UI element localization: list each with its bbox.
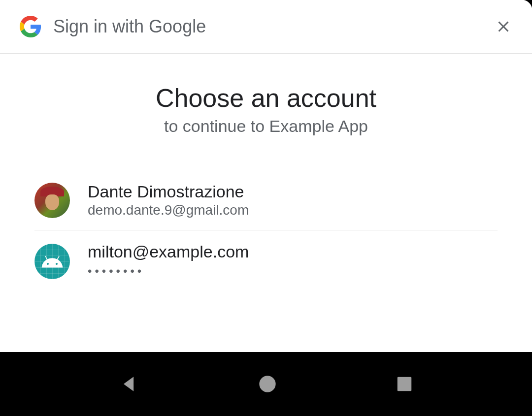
recent-apps-button[interactable] bbox=[395, 375, 414, 393]
account-text: Dante Dimostrazione demo.dante.9@gmail.c… bbox=[88, 182, 249, 218]
close-icon bbox=[495, 18, 512, 35]
account-item-milton[interactable]: milton@example.com •••••••• bbox=[34, 230, 498, 292]
account-list: Dante Dimostrazione demo.dante.9@gmail.c… bbox=[34, 170, 498, 292]
navigation-bar bbox=[0, 352, 532, 416]
avatar bbox=[34, 244, 70, 279]
dialog-header: Sign in with Google bbox=[0, 0, 532, 54]
account-password-dots: •••••••• bbox=[88, 262, 249, 280]
dialog-title: Sign in with Google bbox=[53, 16, 495, 37]
avatar bbox=[34, 183, 70, 218]
svg-rect-1 bbox=[398, 377, 412, 391]
svg-point-0 bbox=[259, 376, 275, 392]
google-logo-icon bbox=[20, 16, 41, 37]
page-title: Choose an account bbox=[34, 83, 498, 113]
account-name: Dante Dimostrazione bbox=[88, 182, 249, 201]
square-icon bbox=[395, 375, 414, 393]
page-subtitle: to continue to Example App bbox=[34, 117, 498, 136]
close-button[interactable] bbox=[495, 18, 512, 35]
back-button[interactable] bbox=[118, 373, 140, 395]
account-name: milton@example.com bbox=[88, 242, 249, 261]
dialog-content: Choose an account to continue to Example… bbox=[0, 54, 532, 352]
account-email: demo.dante.9@gmail.com bbox=[88, 202, 249, 218]
home-circle-icon bbox=[258, 374, 277, 394]
android-icon bbox=[40, 253, 64, 270]
back-triangle-icon bbox=[118, 373, 140, 395]
account-text: milton@example.com •••••••• bbox=[88, 242, 249, 280]
home-button[interactable] bbox=[258, 374, 277, 394]
account-item-dante[interactable]: Dante Dimostrazione demo.dante.9@gmail.c… bbox=[34, 170, 498, 230]
